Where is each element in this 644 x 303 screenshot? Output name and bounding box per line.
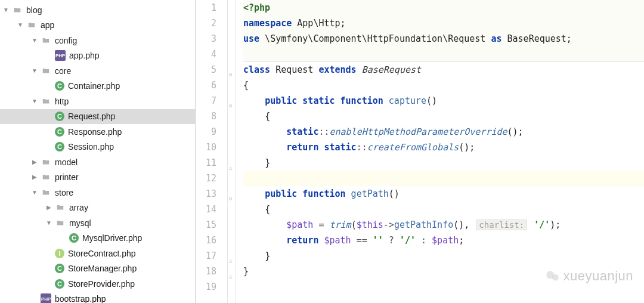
folder-icon — [41, 187, 51, 198]
line-number: 18 — [196, 264, 216, 279]
class-icon: C — [55, 112, 64, 121]
line-number: 11 — [196, 155, 216, 171]
fold-toggle-icon[interactable]: ⊖ — [229, 67, 232, 82]
tree-node-storemanager-php[interactable]: CStoreManager.php — [0, 261, 195, 277]
fold-toggle-icon[interactable]: △ — [229, 160, 232, 175]
code-line[interactable] — [243, 279, 644, 295]
code-line[interactable] — [243, 171, 644, 186]
code-line[interactable]: use \Symfony\Component\HttpFoundation\Re… — [243, 31, 644, 47]
folder-icon — [41, 66, 51, 76]
tree-node-printer[interactable]: ▶printer — [0, 170, 195, 185]
code-area[interactable]: <?php namespace App\Http; use \Symfony\C… — [236, 0, 644, 303]
class-icon: C — [55, 142, 64, 152]
code-line[interactable]: { — [243, 78, 644, 93]
fold-gutter[interactable]: ⊖⊖△⊖△△ — [228, 0, 236, 303]
class-icon: C — [55, 264, 64, 273]
chevron-down-icon[interactable]: ▼ — [18, 23, 23, 27]
code-editor[interactable]: 12345678910111213141516171819 ⊖⊖△⊖△△ <?p… — [196, 0, 644, 303]
tree-node-model[interactable]: ▶model — [0, 154, 195, 170]
tree-node-label: store — [55, 188, 73, 197]
code-line[interactable]: return static::createFromGlobals(); — [243, 140, 644, 155]
tree-node-storeprovider-php[interactable]: CStoreProvider.php — [0, 276, 195, 292]
line-number: 2 — [196, 16, 216, 31]
tree-node-store[interactable]: ▼store — [0, 185, 195, 200]
tree-node-mysql[interactable]: ▼mysql — [0, 215, 195, 231]
tree-node-storecontract-php[interactable]: IStoreContract.php — [0, 246, 195, 261]
line-number: 6 — [196, 78, 216, 93]
folder-icon — [41, 172, 51, 183]
code-line[interactable]: $path = trim($this->getPathInfo(), charl… — [243, 217, 644, 233]
project-tree[interactable]: ▼blog▼app▼configPHPapp.php▼coreCContaine… — [0, 0, 196, 303]
code-line[interactable]: public function getPath() — [243, 186, 644, 202]
tree-node-config[interactable]: ▼config — [0, 33, 195, 48]
tree-node-label: mysql — [69, 218, 91, 228]
tree-node-label: app — [41, 20, 54, 30]
code-line[interactable]: namespace App\Http; — [243, 16, 644, 31]
line-number: 19 — [196, 279, 216, 295]
tree-node-bootstrap-php[interactable]: PHPbootstrap.php — [0, 292, 195, 304]
class-icon: C — [55, 81, 64, 91]
tree-node-label: core — [55, 66, 71, 76]
tree-node-label: blog — [26, 5, 42, 15]
chevron-down-icon[interactable]: ▼ — [47, 221, 51, 225]
tree-node-core[interactable]: ▼core — [0, 63, 195, 79]
tree-node-app-php[interactable]: PHPapp.php — [0, 48, 195, 64]
tree-node-blog[interactable]: ▼blog — [0, 2, 195, 18]
code-line[interactable]: { — [243, 109, 644, 124]
line-number: 4 — [196, 47, 216, 62]
fold-toggle-icon[interactable]: ⊖ — [229, 191, 232, 206]
class-icon: C — [55, 279, 64, 289]
tree-node-container-php[interactable]: CContainer.php — [0, 79, 195, 94]
tree-node-session-php[interactable]: CSession.php — [0, 140, 195, 155]
chevron-right-icon[interactable]: ▶ — [32, 175, 37, 180]
line-number: 10 — [196, 140, 216, 155]
php-open-tag: <?php — [243, 2, 270, 13]
chevron-down-icon[interactable]: ▼ — [32, 38, 37, 43]
tree-node-label: Container.php — [68, 81, 120, 91]
tree-node-label: Session.php — [68, 142, 114, 152]
code-line[interactable]: class Request extends BaseRequest — [243, 62, 644, 78]
chevron-down-icon[interactable]: ▼ — [32, 190, 37, 195]
chevron-right-icon[interactable]: ▶ — [32, 160, 37, 165]
line-number: 13 — [196, 186, 216, 202]
tree-node-array[interactable]: ▶array — [0, 200, 195, 216]
tree-node-label: Response.php — [68, 127, 122, 137]
chevron-down-icon[interactable]: ▼ — [32, 69, 37, 73]
code-line[interactable]: static::enableHttpMethodParameterOverrid… — [243, 124, 644, 140]
line-number: 16 — [196, 233, 216, 248]
line-number: 12 — [196, 171, 216, 186]
tree-node-response-php[interactable]: CResponse.php — [0, 124, 195, 140]
tree-node-label: model — [55, 157, 78, 167]
tree-node-mysqldriver-php[interactable]: CMysqlDriver.php — [0, 231, 195, 246]
parameter-hint: charlist: — [476, 219, 527, 230]
code-line[interactable] — [243, 47, 644, 62]
php-file-icon: PHP — [55, 50, 66, 61]
chevron-right-icon[interactable]: ▶ — [47, 205, 51, 210]
tree-node-app[interactable]: ▼app — [0, 18, 195, 33]
chevron-down-icon[interactable]: ▼ — [4, 8, 8, 13]
class-icon: C — [55, 127, 64, 137]
tree-node-label: array — [69, 203, 88, 212]
code-line[interactable]: } — [243, 264, 644, 279]
line-number: 5 — [196, 62, 216, 78]
tree-node-label: app.php — [69, 51, 100, 60]
tree-node-request-php[interactable]: CRequest.php — [0, 109, 195, 125]
tree-node-label: bootstrap.php — [55, 294, 106, 303]
tree-node-http[interactable]: ▼http — [0, 94, 195, 109]
code-line[interactable]: } — [243, 248, 644, 264]
code-line[interactable]: public static function capture() — [243, 93, 644, 109]
folder-icon — [41, 35, 51, 46]
fold-toggle-icon[interactable]: △ — [229, 253, 232, 268]
code-line[interactable]: <?php — [243, 0, 644, 16]
fold-toggle-icon[interactable]: ⊖ — [229, 98, 232, 113]
interface-icon: I — [55, 249, 64, 258]
tree-node-label: printer — [55, 172, 79, 182]
line-number: 7 — [196, 93, 216, 109]
code-line[interactable]: } — [243, 155, 644, 171]
tree-node-label: StoreContract.php — [68, 249, 136, 258]
code-line[interactable]: { — [243, 202, 644, 217]
code-line[interactable]: return $path == '' ? '/' : $path; — [243, 233, 644, 248]
line-number: 1 — [196, 0, 216, 16]
fold-toggle-icon[interactable]: △ — [229, 268, 232, 284]
chevron-down-icon[interactable]: ▼ — [32, 99, 37, 104]
